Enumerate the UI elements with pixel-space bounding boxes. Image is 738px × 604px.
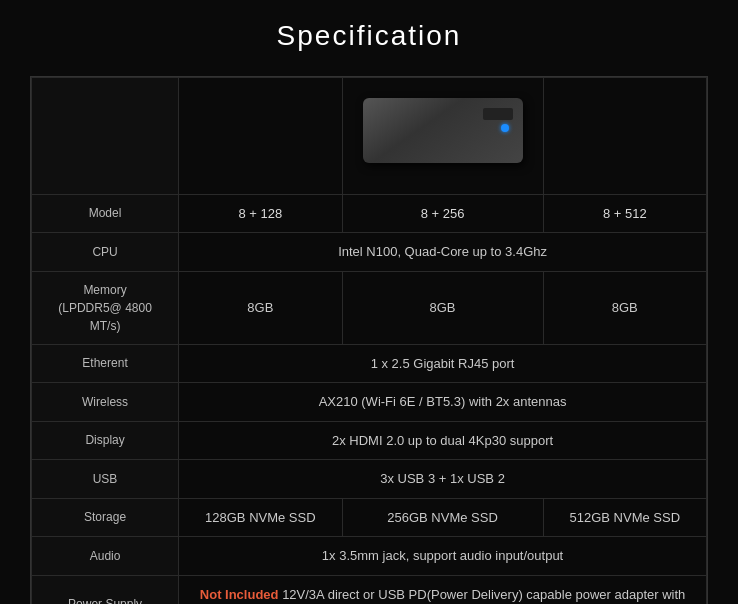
label-storage: Storage [32,498,179,537]
table-row-storage: Storage 128GB NVMe SSD 256GB NVMe SSD 51… [32,498,707,537]
table-row-wireless: Wireless AX210 (Wi-Fi 6E / BT5.3) with 2… [32,383,707,422]
model-2: 8 + 256 [342,194,543,233]
image-cell-2 [342,78,543,195]
table-row-display: Display 2x HDMI 2.0 up to dual 4Kp30 sup… [32,421,707,460]
label-memory: Memory (LPDDR5@ 4800 MT/s) [32,271,179,344]
image-cell-1 [179,78,342,195]
spec-table: Model 8 + 128 8 + 256 8 + 512 CPU Intel … [31,77,707,604]
label-model: Model [32,194,179,233]
label-usb: USB [32,460,179,499]
device-body [363,98,523,163]
model-1: 8 + 128 [179,194,342,233]
image-label-cell [32,78,179,195]
power-value: Not Included 12V/3A direct or USB PD(Pow… [179,575,707,604]
memory-2: 8GB [342,271,543,344]
table-row-cpu: CPU Intel N100, Quad-Core up to 3.4Ghz [32,233,707,272]
label-display: Display [32,421,179,460]
label-cpu: CPU [32,233,179,272]
wireless-value: AX210 (Wi-Fi 6E / BT5.3) with 2x antenna… [179,383,707,422]
ethernet-value: 1 x 2.5 Gigabit RJ45 port [179,344,707,383]
power-value-text: 12V/3A direct or USB PD(Power Delivery) … [279,587,686,605]
table-row-memory: Memory (LPDDR5@ 4800 MT/s) 8GB 8GB 8GB [32,271,707,344]
model-3: 8 + 512 [543,194,706,233]
label-wireless: Wireless [32,383,179,422]
page-title: Specification [277,20,462,52]
label-audio: Audio [32,537,179,576]
image-cell-3 [543,78,706,195]
table-row-audio: Audio 1x 3.5mm jack, support audio input… [32,537,707,576]
storage-1: 128GB NVMe SSD [179,498,342,537]
cpu-value: Intel N100, Quad-Core up to 3.4Ghz [179,233,707,272]
storage-2: 256GB NVMe SSD [342,498,543,537]
memory-3: 8GB [543,271,706,344]
table-row-usb: USB 3x USB 3 + 1x USB 2 [32,460,707,499]
memory-1: 8GB [179,271,342,344]
label-ethernet: Etherent [32,344,179,383]
storage-3: 512GB NVMe SSD [543,498,706,537]
spec-table-wrapper: Model 8 + 128 8 + 256 8 + 512 CPU Intel … [30,76,708,604]
display-value: 2x HDMI 2.0 up to dual 4Kp30 support [179,421,707,460]
usb-value: 3x USB 3 + 1x USB 2 [179,460,707,499]
label-power: Power Supply [32,575,179,604]
product-image-row [32,78,707,195]
table-row-ethernet: Etherent 1 x 2.5 Gigabit RJ45 port [32,344,707,383]
table-row-power: Power Supply Not Included 12V/3A direct … [32,575,707,604]
table-row-model: Model 8 + 128 8 + 256 8 + 512 [32,194,707,233]
product-image [363,98,523,168]
not-included-label: Not Included [200,587,279,602]
audio-value: 1x 3.5mm jack, support audio input/outpu… [179,537,707,576]
